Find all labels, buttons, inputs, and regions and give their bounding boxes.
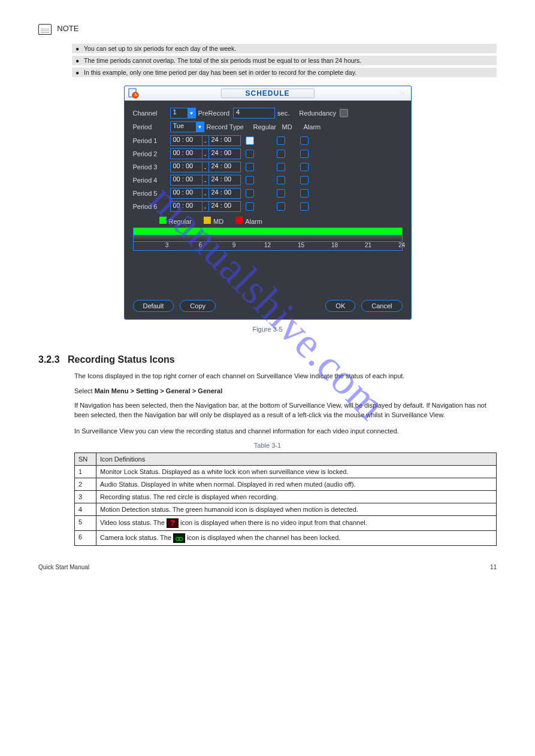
chevron-down-icon[interactable]: ▼ (196, 122, 204, 132)
regular-checkbox[interactable] (246, 150, 254, 158)
md-checkbox[interactable] (277, 176, 285, 184)
time-to-input[interactable]: 24 : 00 (208, 148, 241, 159)
regular-checkbox[interactable] (246, 163, 254, 171)
close-icon[interactable]: ✕ (399, 89, 406, 98)
body-text: In Surveillance View you can view the re… (74, 426, 497, 436)
period-row-label: Period 3 (133, 163, 167, 171)
redundancy-checkbox[interactable] (340, 109, 348, 117)
regular-checkbox[interactable] (246, 202, 254, 211)
footer-title: Quick Start Manual (38, 564, 89, 570)
weekday-select[interactable]: Tue▼ (170, 122, 204, 132)
alarm-checkbox[interactable] (300, 189, 309, 198)
period-time-range[interactable]: 00 : 00-24 : 00 (170, 175, 242, 186)
period-row: Period 100 : 00-24 : 00 (133, 135, 403, 146)
cancel-button[interactable]: Cancel (361, 300, 402, 312)
time-from-input[interactable]: 00 : 00 (170, 162, 202, 172)
note-block: NOTE ●You can set up to six periods for … (38, 24, 497, 77)
period-row-label: Period 4 (133, 177, 167, 184)
channel-label: Channel (133, 110, 167, 117)
legend: Regular MD Alarm (159, 217, 403, 225)
time-from-input[interactable]: 00 : 00 (170, 201, 202, 212)
timeline-tick: 15 (298, 242, 304, 248)
prerecord-label: PreRecord (198, 110, 230, 117)
period-row-label: Period 1 (133, 137, 167, 144)
legend-regular-color (159, 217, 167, 224)
period-time-range[interactable]: 00 : 00-24 : 00 (170, 135, 242, 146)
alarm-checkbox[interactable] (300, 150, 309, 158)
alarm-checkbox[interactable] (300, 202, 309, 211)
regular-header: Regular (253, 123, 279, 130)
alarm-checkbox[interactable] (300, 136, 309, 145)
regular-checkbox[interactable] (246, 189, 254, 198)
time-to-input[interactable]: 24 : 00 (208, 162, 241, 172)
timeline-tick: 24 (398, 242, 405, 248)
video-loss-icon (167, 518, 179, 528)
prerecord-input[interactable]: 4 (233, 108, 275, 119)
table-row: 4Motion Detection status. The green huma… (75, 503, 497, 516)
time-from-input[interactable]: 00 : 00 (170, 148, 202, 159)
timeline-tick: 6 (199, 242, 202, 248)
note-bullet: ●You can set up to six periods for each … (72, 44, 497, 53)
regular-checkbox[interactable] (246, 136, 254, 145)
table-row: 3Recording status. The red circle is dis… (75, 491, 497, 503)
table-caption: Table 3-1 (38, 442, 497, 449)
period-time-range[interactable]: 00 : 00-24 : 00 (170, 148, 242, 159)
timeline-bar-regular (134, 228, 402, 235)
note-bullet: ●In this example, only one time period p… (72, 68, 497, 77)
period-time-range[interactable]: 00 : 00-24 : 00 (170, 201, 242, 212)
period-row-label: Period 6 (133, 203, 167, 210)
body-text: If Navigation has been selected, then th… (74, 400, 497, 420)
time-from-input[interactable]: 00 : 00 (170, 135, 202, 146)
body-text: The Icons displayed in the top right cor… (74, 371, 497, 381)
legend-md-label: MD (213, 218, 223, 225)
col-sn: SN (75, 453, 96, 466)
period-row: Period 600 : 00-24 : 00 (133, 201, 403, 212)
dialog-title: SCHEDULE (220, 89, 314, 98)
note-label: NOTE (57, 24, 78, 33)
period-row-label: Period 5 (133, 190, 167, 197)
menu-path: Select Main Menu > Setting > General > G… (74, 387, 497, 394)
alarm-header: Alarm (304, 123, 328, 130)
timeline: 3691215182124 (133, 227, 403, 251)
timeline-tick: 21 (365, 242, 371, 248)
time-from-input[interactable]: 00 : 00 (170, 175, 202, 186)
period-row: Period 500 : 00-24 : 00 (133, 188, 403, 199)
chevron-down-icon[interactable]: ▼ (188, 108, 196, 119)
time-to-input[interactable]: 24 : 00 (208, 175, 241, 186)
default-button[interactable]: Default (133, 300, 174, 312)
ok-button[interactable]: OK (325, 300, 355, 312)
table-row: 1Monitor Lock Status. Displayed as a whi… (75, 466, 497, 478)
time-to-input[interactable]: 24 : 00 (208, 201, 241, 212)
icon-definitions-table: SN Icon Definitions 1Monitor Lock Status… (74, 453, 497, 546)
time-from-input[interactable]: 00 : 00 (170, 188, 202, 199)
alarm-checkbox[interactable] (300, 176, 309, 184)
md-checkbox[interactable] (277, 189, 285, 198)
channel-select[interactable]: 1▼ (170, 108, 196, 119)
time-to-input[interactable]: 24 : 00 (208, 135, 241, 146)
legend-alarm-label: Alarm (245, 218, 262, 225)
regular-checkbox[interactable] (246, 176, 254, 184)
timeline-tick: 18 (331, 242, 338, 248)
period-time-range[interactable]: 00 : 00-24 : 00 (170, 188, 242, 199)
md-checkbox[interactable] (277, 202, 285, 211)
timeline-tick: 3 (165, 242, 169, 248)
timeline-tick: 12 (264, 242, 271, 248)
dialog-titlebar: SCHEDULE ✕ (125, 86, 411, 101)
period-time-range[interactable]: 00 : 00-24 : 00 (170, 162, 242, 172)
period-label: Period (133, 123, 167, 130)
schedule-icon (128, 88, 139, 99)
period-row-label: Period 2 (133, 150, 167, 157)
col-def: Icon Definitions (96, 453, 497, 466)
md-checkbox[interactable] (277, 150, 285, 158)
period-row: Period 300 : 00-24 : 00 (133, 162, 403, 172)
copy-button[interactable]: Copy (180, 300, 216, 312)
alarm-checkbox[interactable] (300, 163, 309, 171)
md-checkbox[interactable] (277, 136, 285, 145)
figure-caption: Figure 3-5 (38, 326, 497, 333)
note-bullet: ●The time periods cannot overlap. The to… (72, 56, 497, 65)
period-row: Period 200 : 00-24 : 00 (133, 148, 403, 159)
footer-pageno: 11 (490, 564, 497, 570)
time-to-input[interactable]: 24 : 00 (208, 188, 241, 199)
recordtype-label: Record Type (207, 123, 250, 130)
md-checkbox[interactable] (277, 163, 285, 171)
